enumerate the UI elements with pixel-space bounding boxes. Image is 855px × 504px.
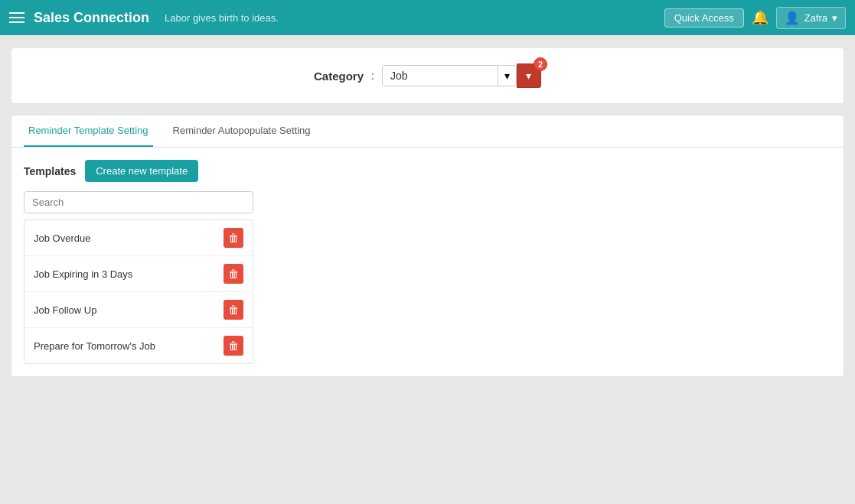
template-name: Job Expiring in 3 Days xyxy=(34,268,132,280)
delete-template-button[interactable]: 🗑 xyxy=(224,300,243,320)
header-right: Quick Access 🔔 👤 Zafra ▾ xyxy=(664,7,846,29)
templates-header: Templates Create new template xyxy=(24,160,831,182)
category-card: Category : Job ▾ ▾ 2 xyxy=(11,47,844,104)
user-dropdown-chevron-icon: ▾ xyxy=(832,12,837,24)
header-left: Sales Connection Labor gives birth to id… xyxy=(9,10,279,26)
tab-reminder-autopopulate[interactable]: Reminder Autopopulate Setting xyxy=(168,115,315,147)
template-item[interactable]: Job Expiring in 3 Days 🗑 xyxy=(24,256,253,292)
template-item[interactable]: Prepare for Tomorrow's Job 🗑 xyxy=(24,328,253,363)
main-content: Category : Job ▾ ▾ 2 Reminder Template S… xyxy=(0,35,855,504)
category-colon: : xyxy=(371,70,374,82)
template-item[interactable]: Job Overdue 🗑 xyxy=(24,220,253,256)
delete-template-button[interactable]: 🗑 xyxy=(224,264,243,284)
app-title: Sales Connection xyxy=(34,10,149,26)
category-label: Category xyxy=(314,70,364,83)
template-name: Job Overdue xyxy=(34,232,90,244)
hamburger-menu-icon[interactable] xyxy=(9,12,24,23)
template-list: Job Overdue 🗑 Job Expiring in 3 Days 🗑 J… xyxy=(24,219,253,364)
delete-template-button[interactable]: 🗑 xyxy=(224,228,243,248)
notification-bell-icon[interactable]: 🔔 xyxy=(752,9,769,26)
category-value: Job xyxy=(383,66,498,86)
category-select-wrapper: Job ▾ xyxy=(382,65,517,86)
search-input[interactable] xyxy=(24,191,253,213)
tabs-section: Reminder Template Setting Reminder Autop… xyxy=(11,115,844,377)
badge-container: ▾ 2 xyxy=(517,63,541,88)
template-name: Job Follow Up xyxy=(34,304,96,316)
category-chevron-icon: ▾ xyxy=(498,66,516,86)
template-name: Prepare for Tomorrow's Job xyxy=(34,340,155,352)
quick-access-button[interactable]: Quick Access xyxy=(664,8,744,28)
tab-reminder-template[interactable]: Reminder Template Setting xyxy=(24,115,153,147)
templates-panel: Templates Create new template Job Overdu… xyxy=(11,148,844,376)
user-menu-button[interactable]: 👤 Zafra ▾ xyxy=(776,7,846,29)
templates-title: Templates xyxy=(24,165,76,177)
app-tagline: Labor gives birth to ideas. xyxy=(165,12,279,24)
delete-template-button[interactable]: 🗑 xyxy=(224,336,243,356)
app-header: Sales Connection Labor gives birth to id… xyxy=(0,0,855,35)
create-template-button[interactable]: Create new template xyxy=(85,160,198,182)
category-badge-count: 2 xyxy=(534,57,547,71)
tabs-header: Reminder Template Setting Reminder Autop… xyxy=(11,115,844,148)
template-item[interactable]: Job Follow Up 🗑 xyxy=(24,292,253,328)
user-name-label: Zafra xyxy=(804,12,827,24)
user-avatar-icon: 👤 xyxy=(785,11,800,25)
